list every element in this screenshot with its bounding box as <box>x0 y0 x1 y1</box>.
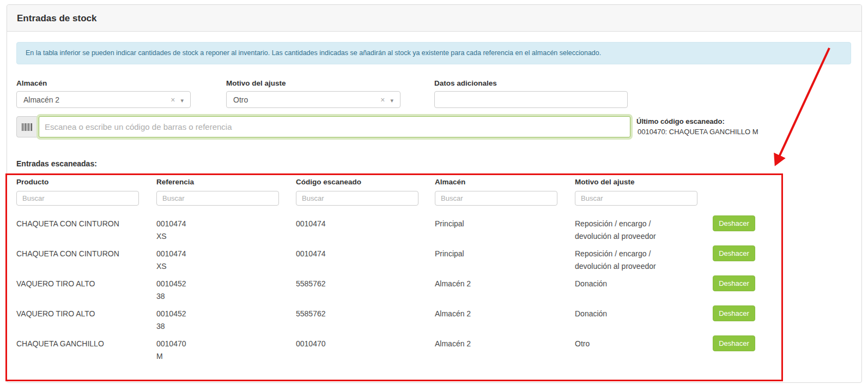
datos-label: Datos adicionales <box>434 79 497 87</box>
cell-codigo: 5585762 <box>296 273 435 303</box>
undo-button[interactable]: Deshacer <box>713 275 755 291</box>
motivo-select[interactable]: Otro <box>226 91 400 108</box>
entries-title: Entradas escaneadas: <box>16 159 97 168</box>
table-row: CHAQUETA CON CINTURON 0010474 XS 0010474… <box>16 243 763 273</box>
undo-button[interactable]: Deshacer <box>713 215 755 231</box>
cell-motivo: Reposición / encargo / devolución al pro… <box>575 213 687 243</box>
col-motivo: Motivo del ajuste <box>575 177 713 191</box>
cell-referencia: 0010452 38 <box>156 273 296 303</box>
cell-codigo: 0010474 <box>296 213 435 243</box>
undo-button[interactable]: Deshacer <box>713 245 755 261</box>
col-referencia: Referencia <box>156 177 296 191</box>
table-row: VAQUERO TIRO ALTO 0010452 38 5585762 Alm… <box>16 273 763 303</box>
almacen-select[interactable]: Almacén 2 <box>16 91 191 108</box>
last-scanned-label: Último código escaneado: <box>636 117 725 125</box>
cell-producto: CHAQUETA CON CINTURON <box>16 243 156 273</box>
info-banner: En la tabla inferior se pueden indicar c… <box>16 42 851 64</box>
col-actions <box>713 177 763 191</box>
cell-motivo: Otro <box>575 333 687 363</box>
cell-almacen: Principal <box>435 243 575 273</box>
cell-almacen: Almacén 2 <box>435 273 575 303</box>
cell-almacen: Almacén 2 <box>435 333 575 363</box>
page-title: Entradas de stock <box>7 5 861 32</box>
clear-icon[interactable] <box>171 95 175 105</box>
cell-producto: CHAQUETA CON CINTURON <box>16 213 156 243</box>
motivo-select-value: Otro <box>227 95 380 104</box>
cell-motivo: Donación <box>575 273 687 303</box>
undo-button[interactable]: Deshacer <box>713 305 755 321</box>
barcode-addon <box>16 116 38 137</box>
cell-producto: VAQUERO TIRO ALTO <box>16 303 156 333</box>
col-producto: Producto <box>16 177 156 191</box>
cell-motivo: Donación <box>575 303 687 333</box>
card-header: Entradas de stock <box>7 5 861 32</box>
cell-producto: VAQUERO TIRO ALTO <box>16 273 156 303</box>
last-scanned-value: 0010470: CHAQUETA GANCHILLO M <box>638 128 758 136</box>
motivo-label: Motivo del ajuste <box>226 79 286 87</box>
cell-referencia: 0010452 38 <box>156 303 296 333</box>
filter-motivo-input[interactable] <box>575 191 697 206</box>
col-codigo: Código escaneado <box>296 177 435 191</box>
table-row: CHAQUETA GANCHILLO 0010470 M 0010470 Alm… <box>16 333 763 363</box>
col-almacen: Almacén <box>435 177 575 191</box>
cell-referencia: 0010474 XS <box>156 243 296 273</box>
table-filters <box>16 191 763 213</box>
almacen-label: Almacén <box>16 79 47 87</box>
barcode-icon <box>22 123 33 131</box>
cell-referencia: 0010474 XS <box>156 213 296 243</box>
cell-codigo: 0010474 <box>296 243 435 273</box>
caret-down-icon[interactable] <box>180 95 184 105</box>
entries-table: Producto Referencia Código escaneado Alm… <box>16 177 763 363</box>
undo-button[interactable]: Deshacer <box>713 335 755 351</box>
cell-almacen: Almacén 2 <box>435 303 575 333</box>
cell-motivo: Reposición / encargo / devolución al pro… <box>575 243 687 273</box>
cell-referencia: 0010470 M <box>156 333 296 363</box>
filter-almacen-input[interactable] <box>435 191 557 206</box>
stock-entries-page: Entradas de stock En la tabla inferior s… <box>0 0 868 390</box>
table-row: VAQUERO TIRO ALTO 0010452 38 5585762 Alm… <box>16 303 763 333</box>
cell-producto: CHAQUETA GANCHILLO <box>16 333 156 363</box>
scan-input[interactable] <box>39 116 630 137</box>
cell-codigo: 5585762 <box>296 303 435 333</box>
table-row: CHAQUETA CON CINTURON 0010474 XS 0010474… <box>16 213 763 243</box>
datos-adicionales-input[interactable] <box>434 91 628 108</box>
clear-icon[interactable] <box>380 95 385 105</box>
almacen-select-value: Almacén 2 <box>17 95 171 104</box>
filter-producto-input[interactable] <box>16 191 139 206</box>
table-header: Producto Referencia Código escaneado Alm… <box>16 177 763 191</box>
caret-down-icon[interactable] <box>390 95 393 105</box>
cell-almacen: Principal <box>435 213 575 243</box>
cell-codigo: 0010470 <box>296 333 435 363</box>
filter-referencia-input[interactable] <box>156 191 279 206</box>
filter-codigo-input[interactable] <box>296 191 418 206</box>
